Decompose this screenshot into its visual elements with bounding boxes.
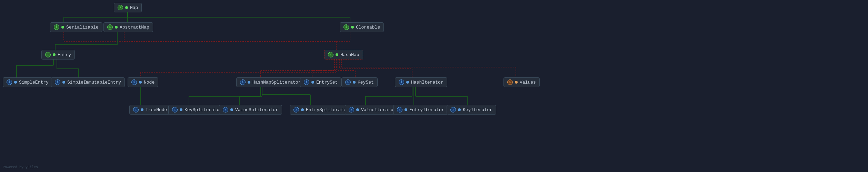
serializable-icon: i [54, 24, 59, 30]
entryset-dot [311, 81, 314, 84]
node-entryiterator[interactable]: i EntryIterator [393, 105, 448, 115]
serializable-label: Serializable [66, 25, 99, 30]
entryiterator-icon: i [397, 107, 402, 112]
keyspliterator-icon: i [172, 107, 178, 112]
simpleentry-label: SimpleEntry [19, 80, 49, 85]
keyiterator-dot [458, 108, 461, 111]
abstractmap-icon: i [107, 24, 113, 30]
node-values[interactable]: i Values [503, 77, 540, 87]
keyiterator-icon: i [450, 107, 456, 112]
powered-by: Powered by yFiles [3, 165, 38, 169]
node-entryset[interactable]: i EntrySet [300, 77, 341, 87]
treenode-dot [141, 108, 143, 111]
node-valuespliterator[interactable]: i ValueSpliterator [219, 105, 282, 115]
entry-dot [53, 53, 56, 56]
node-node-label: Node [144, 80, 154, 85]
hashmapspliterator-dot [248, 81, 250, 84]
cloneable-dot [351, 26, 354, 29]
keyset-icon: i [345, 79, 351, 85]
hashmapspliterator-label: HashMapSpliterator [252, 80, 301, 85]
node-keyset[interactable]: i KeySet [341, 77, 378, 87]
node-valueiterator[interactable]: i ValueIterator [345, 105, 400, 115]
cloneable-label: Cloneable [356, 25, 380, 30]
valuespliterator-dot [230, 108, 233, 111]
entry-icon: i [45, 52, 51, 57]
abstractmap-label: AbstractMap [120, 25, 149, 30]
node-node-dot [139, 81, 142, 84]
entryspliterator-icon: i [293, 107, 299, 112]
values-icon: i [507, 79, 513, 85]
treenode-icon: i [133, 107, 139, 112]
map-label: Map [130, 5, 138, 10]
node-abstractmap[interactable]: i AbstractMap [103, 22, 153, 32]
serializable-dot [61, 26, 64, 29]
map-icon: i [118, 5, 123, 10]
node-node-icon: i [131, 79, 137, 85]
diagram-container: i Map i Serializable i AbstractMap i Clo… [0, 0, 868, 172]
node-simpleimmutableentry[interactable]: i SimpleImmutableEntry [51, 77, 125, 87]
valuespliterator-label: ValueSpliterator [235, 107, 278, 112]
keyset-dot [353, 81, 356, 84]
entryset-label: EntrySet [316, 80, 338, 85]
node-map[interactable]: i Map [114, 3, 142, 12]
hashmapspliterator-icon: i [240, 79, 246, 85]
node-hashmapspliterator[interactable]: i HashMapSpliterator [236, 77, 305, 87]
node-entry[interactable]: i Entry [41, 50, 75, 60]
hashiterator-dot [406, 81, 409, 84]
keyset-label: KeySet [358, 80, 374, 85]
cloneable-icon: i [343, 24, 349, 30]
entryiterator-dot [405, 108, 407, 111]
valuespliterator-icon: i [223, 107, 228, 112]
node-hashmap[interactable]: i HashMap [324, 50, 363, 60]
node-treenode[interactable]: i TreeNode [129, 105, 171, 115]
entryspliterator-dot [301, 108, 304, 111]
node-keyspliterator[interactable]: i KeySpliterator [168, 105, 226, 115]
valueiterator-label: ValueIterator [361, 107, 396, 112]
hashmap-icon: i [328, 52, 333, 57]
values-label: Values [520, 80, 536, 85]
abstractmap-dot [115, 26, 118, 29]
hashmap-dot [336, 53, 338, 56]
hashmap-label: HashMap [340, 52, 359, 57]
entryset-icon: i [304, 79, 309, 85]
treenode-label: TreeNode [146, 107, 167, 112]
entry-label: Entry [58, 52, 71, 57]
simpleentry-dot [14, 81, 17, 84]
hashiterator-label: HashIterator [411, 80, 443, 85]
node-hashiterator[interactable]: i HashIterator [395, 77, 447, 87]
simpleimmutableentry-label: SimpleImmutableEntry [67, 80, 121, 85]
values-dot [515, 81, 518, 84]
node-simpleentry[interactable]: i SimpleEntry [3, 77, 52, 87]
simpleimmutableentry-dot [62, 81, 65, 84]
node-node[interactable]: i Node [128, 77, 158, 87]
keyspliterator-dot [180, 108, 182, 111]
entryspliterator-label: EntrySpliterator [306, 107, 349, 112]
keyspliterator-label: KeySpliterator [184, 107, 222, 112]
keyiterator-label: KeyIterator [463, 107, 492, 112]
node-entryspliterator[interactable]: i EntrySpliterator [290, 105, 353, 115]
node-cloneable[interactable]: i Cloneable [340, 22, 384, 32]
hashiterator-icon: i [399, 79, 404, 85]
entryiterator-label: EntryIterator [409, 107, 444, 112]
valueiterator-icon: i [349, 107, 354, 112]
map-dot [125, 6, 128, 9]
valueiterator-dot [356, 108, 359, 111]
simpleentry-icon: i [7, 79, 12, 85]
node-serializable[interactable]: i Serializable [50, 22, 102, 32]
simpleimmutableentry-icon: i [55, 79, 60, 85]
node-keyiterator[interactable]: i KeyIterator [447, 105, 496, 115]
